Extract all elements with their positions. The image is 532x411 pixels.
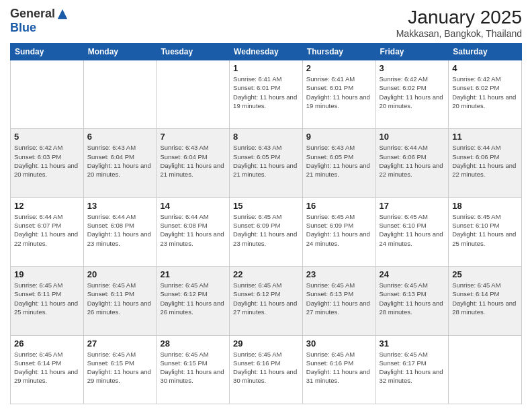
day-info: Sunrise: 6:42 AMSunset: 6:03 PMDaylight:… [14, 143, 80, 179]
day-info: Sunrise: 6:44 AMSunset: 6:07 PMDaylight:… [14, 212, 80, 248]
calendar-cell: 3 Sunrise: 6:42 AMSunset: 6:02 PMDayligh… [375, 60, 449, 129]
calendar-cell: 28 Sunrise: 6:45 AMSunset: 6:15 PMDaylig… [157, 335, 230, 404]
day-info: Sunrise: 6:45 AMSunset: 6:13 PMDaylight:… [380, 281, 445, 316]
weekday-header-row: Sunday Monday Tuesday Wednesday Thursday… [11, 44, 522, 60]
day-info: Sunrise: 6:45 AMSunset: 6:10 PMDaylight:… [452, 212, 518, 248]
calendar-cell: 26 Sunrise: 6:45 AMSunset: 6:14 PMDaylig… [11, 335, 84, 404]
month-title: January 2025 [396, 7, 522, 28]
day-info: Sunrise: 6:43 AMSunset: 6:05 PMDaylight:… [306, 143, 372, 179]
calendar-cell: 23 Sunrise: 6:45 AMSunset: 6:13 PMDaylig… [302, 267, 375, 335]
day-info: Sunrise: 6:45 AMSunset: 6:11 PMDaylight:… [14, 281, 80, 316]
header-tuesday: Tuesday [157, 44, 230, 60]
header: General Blue January 2025 Makkasan, Bang… [10, 7, 522, 39]
day-number: 13 [87, 201, 153, 211]
day-number: 14 [160, 201, 226, 211]
week-row-3: 12 Sunrise: 6:44 AMSunset: 6:07 PMDaylig… [11, 197, 522, 266]
day-number: 1 [233, 63, 299, 73]
calendar-cell [11, 60, 84, 129]
day-number: 16 [306, 201, 372, 211]
calendar-cell [449, 335, 522, 404]
day-info: Sunrise: 6:44 AMSunset: 6:08 PMDaylight:… [87, 212, 153, 248]
day-number: 10 [380, 132, 445, 142]
day-info: Sunrise: 6:44 AMSunset: 6:06 PMDaylight:… [380, 143, 445, 179]
logo-general-text: General [10, 7, 55, 21]
day-number: 24 [380, 269, 445, 279]
calendar-cell: 10 Sunrise: 6:44 AMSunset: 6:06 PMDaylig… [375, 129, 449, 197]
calendar-cell: 2 Sunrise: 6:41 AMSunset: 6:01 PMDayligh… [302, 60, 375, 129]
day-number: 9 [306, 132, 372, 142]
day-number: 5 [14, 132, 80, 142]
calendar-cell: 4 Sunrise: 6:42 AMSunset: 6:02 PMDayligh… [449, 60, 522, 129]
day-info: Sunrise: 6:41 AMSunset: 6:01 PMDaylight:… [233, 75, 299, 110]
day-number: 6 [87, 132, 153, 142]
day-info: Sunrise: 6:45 AMSunset: 6:09 PMDaylight:… [306, 212, 372, 248]
day-info: Sunrise: 6:41 AMSunset: 6:01 PMDaylight:… [306, 75, 372, 110]
day-number: 23 [306, 269, 372, 279]
day-number: 17 [380, 201, 445, 211]
day-info: Sunrise: 6:45 AMSunset: 6:13 PMDaylight:… [306, 281, 372, 316]
calendar-cell: 25 Sunrise: 6:45 AMSunset: 6:14 PMDaylig… [449, 267, 522, 335]
calendar-cell: 29 Sunrise: 6:45 AMSunset: 6:16 PMDaylig… [230, 335, 303, 404]
calendar-cell: 30 Sunrise: 6:45 AMSunset: 6:16 PMDaylig… [302, 335, 375, 404]
day-info: Sunrise: 6:45 AMSunset: 6:15 PMDaylight:… [160, 350, 226, 385]
day-number: 30 [306, 338, 372, 349]
day-number: 7 [160, 132, 226, 142]
day-info: Sunrise: 6:45 AMSunset: 6:15 PMDaylight:… [87, 350, 153, 385]
day-number: 25 [452, 269, 518, 279]
day-info: Sunrise: 6:45 AMSunset: 6:17 PMDaylight:… [380, 350, 445, 385]
day-info: Sunrise: 6:43 AMSunset: 6:05 PMDaylight:… [233, 143, 299, 179]
calendar-cell: 24 Sunrise: 6:45 AMSunset: 6:13 PMDaylig… [375, 267, 449, 335]
svg-marker-0 [58, 9, 67, 18]
day-number: 12 [14, 201, 80, 211]
day-info: Sunrise: 6:45 AMSunset: 6:09 PMDaylight:… [233, 212, 299, 248]
calendar-cell: 9 Sunrise: 6:43 AMSunset: 6:05 PMDayligh… [302, 129, 375, 197]
week-row-1: 1 Sunrise: 6:41 AMSunset: 6:01 PMDayligh… [11, 60, 522, 129]
day-info: Sunrise: 6:45 AMSunset: 6:14 PMDaylight:… [14, 350, 80, 385]
calendar-cell: 22 Sunrise: 6:45 AMSunset: 6:12 PMDaylig… [230, 267, 303, 335]
calendar-cell: 27 Sunrise: 6:45 AMSunset: 6:15 PMDaylig… [83, 335, 157, 404]
calendar-cell: 1 Sunrise: 6:41 AMSunset: 6:01 PMDayligh… [230, 60, 303, 129]
day-number: 22 [233, 269, 299, 279]
calendar-cell: 14 Sunrise: 6:44 AMSunset: 6:08 PMDaylig… [157, 197, 230, 266]
logo: General Blue [10, 7, 69, 35]
header-monday: Monday [83, 44, 157, 60]
calendar-cell: 12 Sunrise: 6:44 AMSunset: 6:07 PMDaylig… [11, 197, 84, 266]
header-wednesday: Wednesday [230, 44, 303, 60]
day-number: 20 [87, 269, 153, 279]
day-info: Sunrise: 6:45 AMSunset: 6:11 PMDaylight:… [87, 281, 153, 316]
calendar-cell: 8 Sunrise: 6:43 AMSunset: 6:05 PMDayligh… [230, 129, 303, 197]
day-number: 31 [380, 338, 445, 349]
day-number: 21 [160, 269, 226, 279]
calendar-cell: 17 Sunrise: 6:45 AMSunset: 6:10 PMDaylig… [375, 197, 449, 266]
day-info: Sunrise: 6:45 AMSunset: 6:14 PMDaylight:… [452, 281, 518, 316]
week-row-2: 5 Sunrise: 6:42 AMSunset: 6:03 PMDayligh… [11, 129, 522, 197]
calendar-cell [83, 60, 157, 129]
week-row-5: 26 Sunrise: 6:45 AMSunset: 6:14 PMDaylig… [11, 335, 522, 404]
day-info: Sunrise: 6:45 AMSunset: 6:12 PMDaylight:… [233, 281, 299, 316]
day-info: Sunrise: 6:45 AMSunset: 6:16 PMDaylight:… [306, 350, 372, 385]
page: General Blue January 2025 Makkasan, Bang… [0, 0, 532, 411]
header-saturday: Saturday [449, 44, 522, 60]
day-number: 26 [14, 338, 80, 349]
calendar-cell: 18 Sunrise: 6:45 AMSunset: 6:10 PMDaylig… [449, 197, 522, 266]
day-number: 2 [306, 63, 372, 73]
day-number: 4 [452, 63, 518, 73]
day-number: 19 [14, 269, 80, 279]
day-info: Sunrise: 6:44 AMSunset: 6:08 PMDaylight:… [160, 212, 226, 248]
day-number: 8 [233, 132, 299, 142]
location-title: Makkasan, Bangkok, Thailand [396, 28, 522, 39]
day-info: Sunrise: 6:42 AMSunset: 6:02 PMDaylight:… [452, 75, 518, 110]
calendar-cell: 11 Sunrise: 6:44 AMSunset: 6:06 PMDaylig… [449, 129, 522, 197]
calendar-cell: 7 Sunrise: 6:43 AMSunset: 6:04 PMDayligh… [157, 129, 230, 197]
calendar-cell: 5 Sunrise: 6:42 AMSunset: 6:03 PMDayligh… [11, 129, 84, 197]
day-info: Sunrise: 6:45 AMSunset: 6:16 PMDaylight:… [233, 350, 299, 385]
logo-icon [56, 8, 69, 20]
day-number: 28 [160, 338, 226, 349]
week-row-4: 19 Sunrise: 6:45 AMSunset: 6:11 PMDaylig… [11, 267, 522, 335]
day-number: 27 [87, 338, 153, 349]
calendar-cell: 19 Sunrise: 6:45 AMSunset: 6:11 PMDaylig… [11, 267, 84, 335]
header-sunday: Sunday [11, 44, 84, 60]
day-number: 18 [452, 201, 518, 211]
title-section: January 2025 Makkasan, Bangkok, Thailand [396, 7, 522, 39]
calendar-cell: 21 Sunrise: 6:45 AMSunset: 6:12 PMDaylig… [157, 267, 230, 335]
